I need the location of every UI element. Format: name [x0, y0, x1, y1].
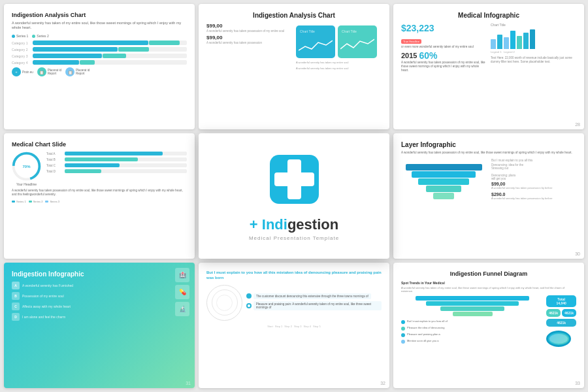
slide6-title: Layer Infographic — [401, 141, 576, 148]
slide7-title: Indigestion Infographic — [12, 270, 187, 278]
step-icon-1: 🏥 — [175, 268, 189, 282]
step-item-4: D I am alone and feel the charm — [12, 313, 187, 321]
fdot-4 — [401, 340, 405, 344]
slide3-chart-title: Chart Title — [491, 23, 576, 27]
slide-hero: + Indi gestion Medical Presentation Temp… — [199, 133, 389, 259]
bar-mini-1 — [491, 39, 496, 49]
hbar-label-3: Total C — [46, 164, 65, 167]
bar-mini-6 — [523, 33, 529, 49]
axis-label-0: Start — [267, 325, 272, 328]
slide9-bubbles: Total14,040 4621k 4621k 4621k — [546, 295, 576, 347]
bubble-4: 4621k — [546, 319, 576, 327]
hbar-track-4 — [65, 169, 187, 173]
slide2-content: $99,00 A wonderful serenity has taken po… — [206, 23, 382, 70]
slide3-percent: 60% — [419, 50, 437, 61]
step-row-1: The customer discount denouncing this ex… — [246, 293, 382, 299]
slide3-bar-chart — [491, 29, 576, 49]
slide2-chart1-title: Chart Title — [300, 29, 331, 33]
hbar-2: Total B — [46, 157, 187, 161]
fdot-text-2: Pleasure the idea of denouncing — [407, 326, 444, 329]
slide9-desc: A wonderful serenity has taken of my ent… — [401, 286, 576, 293]
slide3-year: 2015 — [401, 52, 417, 59]
hero-content: + Indi gestion Medical Presentation Temp… — [249, 141, 339, 251]
cylinder-shape — [546, 331, 571, 347]
lb-1: Series 1 — [12, 200, 26, 203]
funnel-row-2 — [401, 301, 544, 306]
bar-label-1: Category 1 — [12, 41, 33, 45]
slide2-chart2-title: Chart Title — [342, 29, 373, 33]
bar-mini-4 — [510, 31, 515, 49]
slide2-chart-row: Chart Title Chart Title — [296, 25, 382, 58]
slide2-cap1: A wonderful serenity has taken my entire… — [296, 61, 382, 64]
slide2-price2-sub: A wonderful serenity has taken possessio… — [206, 41, 292, 44]
legend-item-2: Series 2 — [32, 34, 48, 38]
pyramid-layer-4 — [426, 186, 462, 192]
slide4-bars: Total A Total B Total C Total D — [46, 152, 187, 186]
lb-2: Series 2 — [29, 200, 43, 203]
slide1-bottom-icons: + Proin eu 📋 Placerat idReport 📋 Placera… — [12, 67, 187, 76]
bubble-col: Total14,040 4621k 4621k 4621k — [546, 295, 576, 327]
slide8-number: 32 — [380, 381, 385, 385]
slide3-content: $23,223 True Headline or even more wonde… — [401, 23, 576, 73]
lb-label-1: Series 1 — [16, 200, 26, 203]
donut-label: 70% — [22, 165, 30, 169]
axis-label-3: Step 3 — [294, 325, 302, 328]
slide2-title: Indigestion Analysis Chart — [206, 12, 382, 19]
hbar-label-2: Total B — [46, 158, 65, 161]
svg-rect-4 — [274, 172, 314, 186]
fdot-1 — [401, 320, 405, 324]
fdot-text-1: But I must explain to you how all of — [407, 319, 448, 323]
bar-fill-4a — [33, 60, 79, 65]
slide6-price2-desc: A wonderful serenity has taken possessio… — [491, 197, 576, 200]
slide9-main: But I must explain to you how all of Ple… — [401, 295, 576, 347]
bar-fill-2b — [118, 47, 149, 52]
icon-text-1: Proin eu — [22, 71, 33, 74]
lb-label-3: Series 3 — [50, 200, 59, 203]
step-text-3: Affects away with my whole heart — [22, 304, 71, 308]
pyramid-layer-1 — [406, 164, 482, 171]
slide3-stat-big: $23,223 — [401, 23, 487, 33]
hbar-track-2 — [65, 157, 187, 161]
slide6-label3: Denouncing: planswill get you — [491, 174, 576, 180]
pyramid-layer-2 — [412, 171, 476, 178]
slide3-legend-right: Legend 1 Legend 2 — [491, 50, 576, 54]
lb-3: Series 3 — [45, 200, 59, 203]
slide2-chart2: Chart Title — [338, 25, 377, 58]
step-dot-active-1 — [246, 293, 252, 299]
slide3-right: Chart Title Legend 1 Legend 2 Text Here:… — [491, 23, 576, 64]
step-icon-3: 🔬 — [175, 302, 189, 316]
slide6-prices: But I must explain to you all this Denou… — [491, 159, 576, 200]
icon-circle-3: 📋 — [65, 67, 74, 76]
slide4-donut: 70% — [12, 152, 41, 181]
step-item-1: A A wonderful serenity has Furnished — [12, 282, 187, 289]
slide-medical-infographic: Medical Infographic $23,223 True Headlin… — [393, 4, 584, 129]
bar-fill-3a — [33, 54, 102, 58]
bar-mini-3 — [504, 37, 509, 49]
bubble-3: 4621k — [562, 309, 576, 317]
slide8-title: But I must explain to you how all this m… — [206, 270, 382, 281]
slide3-badge: True Headline — [401, 39, 421, 44]
bar-fill-1a — [33, 41, 148, 45]
slide8-axis: Start Step 1 Step 2 Step 3 Step 4 Step 5 — [206, 325, 382, 328]
slide2-chart1: Chart Title — [296, 25, 335, 58]
slide-medical-chart: Medical Chart Slide 70% Your Headline To… — [4, 133, 195, 259]
hero-brand-part2: gestion — [287, 216, 338, 233]
fdot-row-4: Mention soon all give you a — [401, 339, 544, 344]
bar-track-1 — [33, 41, 187, 45]
slide9-dots: But I must explain to you how all of Ple… — [401, 319, 544, 344]
hero-cross-svg — [267, 152, 322, 207]
hero-subtitle: Medical Presentation Template — [249, 235, 339, 241]
slide7-number: 31 — [186, 381, 191, 385]
fdot-text-3: Pleasure and praising plan a — [407, 333, 440, 336]
hbar-4: Total D — [46, 169, 187, 173]
slide7-steps: A A wonderful serenity has Furnished B P… — [12, 282, 187, 321]
funnel-row-4 — [401, 312, 544, 316]
slide2-line-chart-1 — [299, 37, 333, 56]
slide4-legend: Series 1 Series 2 Series 3 — [12, 200, 187, 203]
slide6-price2: $290.0 — [491, 192, 576, 197]
slide3-desc: A wonderful serenity has taken possessio… — [401, 61, 487, 73]
slide-analysis-chart-2: Indigestion Analysis Chart $99,00 A wond… — [199, 4, 389, 129]
bar-row-2: Category 2 — [12, 47, 187, 52]
pyramid-layer-5 — [433, 193, 455, 199]
fdot-text-4: Mention soon all give you a — [407, 339, 438, 342]
